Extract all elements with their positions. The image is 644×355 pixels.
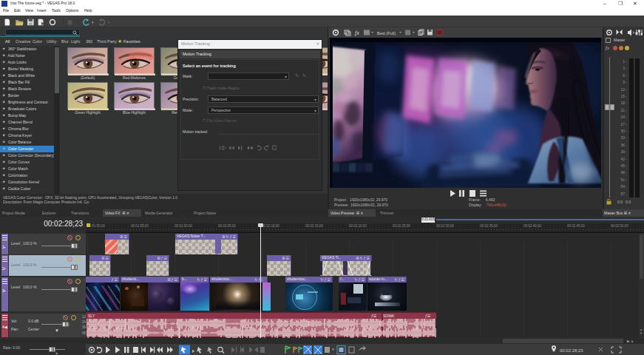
svg-text:Best (Full): Best (Full) xyxy=(377,31,396,36)
svg-text:fx: fx xyxy=(355,30,359,36)
svg-text:00:02:28;23: 00:02:28;23 xyxy=(560,348,583,353)
